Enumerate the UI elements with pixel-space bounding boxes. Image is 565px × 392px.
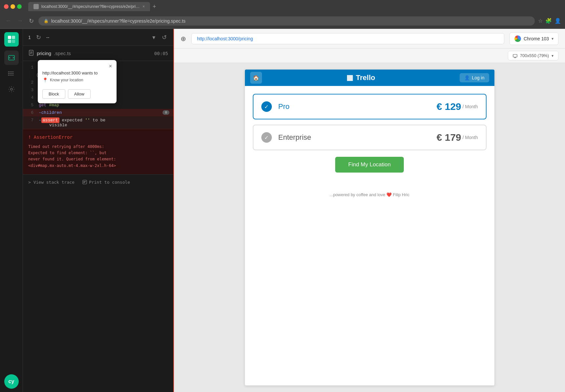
cypress-logo-icon [7, 35, 16, 44]
preview-content: 🏠 ▦ Trello 👤 Log in ✓ [174, 63, 565, 392]
size-text: 700x550 (79%) [520, 53, 549, 58]
svg-point-9 [8, 73, 9, 74]
person-icon: 👤 [464, 75, 470, 80]
cypress-toolbar: 1 ↻ -- ▾ ↺ [23, 29, 173, 46]
resize-icon [513, 53, 517, 58]
size-badge[interactable]: 700x550 (79%) ▾ [508, 51, 558, 60]
location-pin-icon: 📍 [42, 77, 48, 83]
close-button[interactable] [4, 4, 9, 9]
cypress-bottom-logo: cy [4, 374, 19, 389]
error-body: Timed out retrying after 4000ms:Expected… [28, 144, 168, 169]
line-number-3: 3 [27, 88, 33, 93]
sidebar-item-list[interactable] [4, 66, 19, 81]
dash-assert: - [39, 118, 41, 123]
tab-favicon [33, 4, 39, 9]
preview-url-bar[interactable]: http://localhost:3000/pricing [191, 33, 504, 44]
star-icon[interactable]: ☆ [538, 18, 543, 24]
pro-month: / Month [463, 104, 478, 109]
children-badge: 0 [163, 110, 169, 115]
preview-size-bar: 700x550 (79%) ▾ [174, 49, 565, 63]
file-name: pricing .spec.ts [28, 50, 71, 57]
maximize-button[interactable] [17, 4, 22, 9]
enterprise-plan-name: Enterprise [278, 133, 437, 142]
svg-rect-3 [12, 40, 15, 43]
extensions-icon[interactable]: 🧩 [545, 18, 552, 24]
assert-keyword: assert [41, 117, 59, 123]
profile-icon[interactable]: 👤 [554, 18, 561, 24]
keyword-children: -children [39, 110, 62, 115]
preview-footer: ...powered by coffee and love ❤️ Filip H… [245, 187, 494, 202]
title-bar: localhost:3000/__/#/specs/runner?file=cy… [0, 0, 565, 13]
assert-quote: '' [85, 118, 90, 123]
svg-rect-1 [12, 36, 15, 39]
svg-point-8 [8, 72, 9, 72]
trello-brand-text: Trello [356, 73, 375, 82]
forward-button[interactable]: → [16, 16, 24, 26]
error-message: Timed out retrying after 4000ms:Expected… [28, 144, 116, 168]
address-bar[interactable]: 🔒 localhost:3000/__/#/specs/runner?file=… [38, 16, 535, 26]
minimize-button[interactable] [11, 4, 15, 9]
enterprise-month: / Month [463, 135, 478, 140]
svg-point-10 [8, 75, 9, 76]
enterprise-pricing-card: ✓ Enterprise € 179 / Month [253, 125, 487, 150]
code-line-7[interactable]: 7 -assert expected '' to be visible [23, 116, 173, 129]
trello-home-button[interactable]: 🏠 [250, 72, 262, 84]
enterprise-check-icon: ✓ [261, 132, 272, 143]
popup-close-button[interactable]: × [109, 63, 112, 69]
cypress-logo [4, 32, 19, 47]
keyword-get-5: get [39, 103, 46, 108]
svg-rect-20 [513, 54, 517, 57]
active-tab[interactable]: localhost:3000/__/#/specs/runner?file=cy… [28, 2, 150, 11]
assert-visible: visible [49, 123, 67, 128]
preview-url-text: http://localhost:3000/pricing [197, 36, 253, 41]
spinner-icon[interactable]: ↻ [35, 32, 42, 42]
popup-actions: Block Allow [38, 87, 117, 103]
error-actions: > View stack trace Print to console [23, 174, 173, 190]
pro-check-icon: ✓ [261, 101, 272, 112]
find-location-button[interactable]: Find My Location [335, 157, 404, 173]
line-number-1: 1 [27, 65, 33, 70]
code-area: 1 visit /pricing (xhr) ● GET 200 /api/lo… [23, 61, 173, 392]
chevron-down-button[interactable]: ▾ [151, 32, 157, 42]
login-text: Log in [472, 75, 484, 80]
refresh-button[interactable]: ↻ [28, 16, 35, 26]
traffic-lights [4, 4, 22, 9]
console-icon [82, 180, 87, 184]
reload-button[interactable]: ↺ [161, 32, 168, 42]
new-tab-button[interactable]: + [150, 2, 159, 11]
back-button[interactable]: ← [4, 16, 12, 26]
browser-content: × http://localhost:3000 wants to 📍 Know … [0, 29, 565, 392]
test-count: 1 [28, 35, 31, 40]
crosshair-icon[interactable]: ⊕ [181, 35, 186, 43]
sidebar-item-settings[interactable] [4, 82, 19, 96]
print-to-console-button[interactable]: Print to console [82, 180, 130, 185]
print-console-label: Print to console [89, 180, 130, 185]
chrome-logo-icon [514, 35, 521, 42]
error-section: ! AssertionError Timed out retrying afte… [23, 129, 173, 174]
pro-plan-name: Pro [278, 102, 437, 111]
file-header: pricing .spec.ts 00:05 [23, 46, 173, 61]
tab-close-icon[interactable]: × [142, 4, 145, 9]
code-line-6[interactable]: 6 -children 0 [23, 109, 173, 116]
pro-price: € 129 [437, 101, 461, 112]
file-time: 00:05 [154, 51, 168, 56]
allow-button[interactable]: Allow [68, 89, 91, 99]
lock-icon: 🔒 [44, 19, 49, 23]
pricing-content: ✓ Pro € 129 / Month ✓ Enterprise € 179 /… [245, 86, 494, 187]
view-stack-trace-button[interactable]: > View stack trace [28, 180, 75, 185]
browser-window: localhost:3000/__/#/specs/runner?file=cy… [0, 0, 565, 392]
trello-login-button[interactable]: 👤 Log in [460, 73, 489, 82]
toolbar-dashes: -- [46, 35, 49, 40]
popup-permission-text: Know your location [50, 78, 83, 82]
line-content-6: -children [39, 110, 157, 115]
line-number-6: 6 [27, 110, 33, 115]
preview-panel: ⊕ http://localhost:3000/pricing Chrome 1… [174, 29, 565, 392]
settings-icon [8, 86, 15, 93]
file-icon [28, 50, 34, 57]
chrome-badge[interactable]: Chrome 103 ▾ [510, 32, 558, 45]
popup-permission: 📍 Know your location [38, 77, 117, 87]
address-text: localhost:3000/__/#/specs/runner?file=cy… [51, 18, 185, 24]
sidebar-item-editor[interactable] [4, 51, 19, 65]
nav-icons: ☆ 🧩 👤 [538, 18, 561, 24]
block-button[interactable]: Block [42, 89, 65, 99]
